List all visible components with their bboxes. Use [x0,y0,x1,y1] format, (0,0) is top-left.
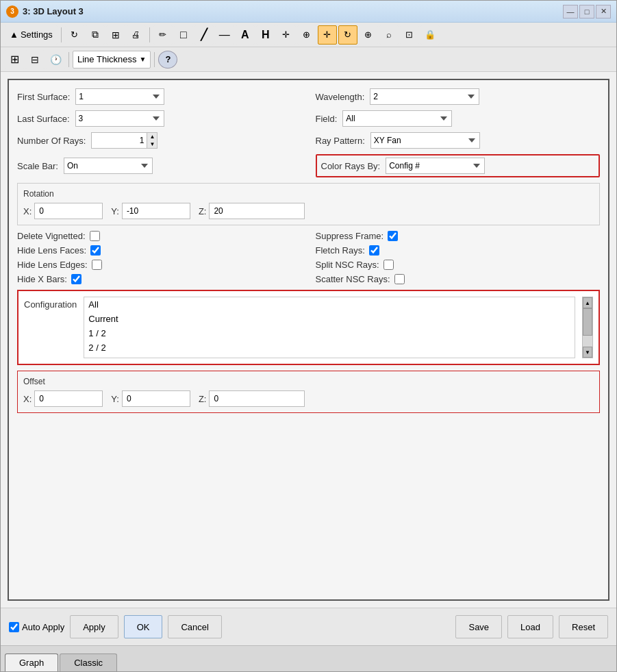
rotation-z-input[interactable] [209,203,305,219]
ray-pattern-col: Ray Pattern: XY Fan [316,132,601,149]
dropdown-arrow-icon: ▼ [139,55,146,63]
offset-section: Offset X: Y: Z: [17,371,600,413]
text-a-button[interactable]: A [236,25,255,45]
close-button[interactable]: ✕ [596,5,611,18]
split-nsc-rays-checkbox[interactable] [383,260,394,270]
wavelength-select[interactable]: 2 [370,88,479,105]
rotation-x-input[interactable] [34,203,103,219]
pencil-button[interactable]: ✏ [153,25,173,45]
cancel-button[interactable]: Cancel [168,615,221,638]
apply-button[interactable]: Apply [70,615,118,638]
hide-x-bars-checkbox[interactable] [71,274,81,284]
config-item-all[interactable]: All [84,297,575,312]
scrollbar-track [583,308,592,347]
window-icon: 3 [6,5,18,18]
field-col: Field: All [316,110,601,127]
hide-lens-faces-checkbox[interactable] [90,245,101,256]
grid2-button[interactable]: ⊞ [5,50,24,69]
num-rays-spinbox: ▲ ▼ [91,132,158,149]
help-button[interactable]: ? [158,51,177,69]
settings-icon: ▲ [10,29,18,40]
last-surface-select[interactable]: 3 [75,110,164,127]
config-item-1-2[interactable]: 1 / 2 [84,326,575,340]
tab-graph[interactable]: Graph [5,654,58,671]
config-scrollbar[interactable]: ▲ ▼ [582,297,593,358]
hide-x-bars-label: Hide X Bars: [17,274,67,284]
line-thickness-dropdown[interactable]: Line Thickness ▼ [73,51,151,69]
color-rays-row: Color Rays By: Config # Field Wavelength [316,154,601,177]
clock-button[interactable]: 🕐 [46,50,65,69]
diag-line-button[interactable]: ╱ [194,25,214,45]
reset-button[interactable]: Reset [559,615,608,638]
print-icon: 🖨 [131,29,140,40]
field-label: Field: [316,114,338,124]
scrollbar-down-button[interactable]: ▼ [583,347,592,358]
rotation-x-field: X: [23,203,103,219]
horiz-line-button[interactable]: — [215,25,234,45]
rotation-y-input[interactable] [122,203,190,219]
field-select[interactable]: All [342,110,452,127]
help-icon: ? [165,54,171,64]
rect-button[interactable]: □ [174,25,193,45]
scatter-nsc-rays-row: Scatter NSC Rays: [316,274,601,284]
spinbox-buttons: ▲ ▼ [147,133,157,148]
refresh-button[interactable]: ↻ [65,25,84,45]
lock-button[interactable]: 🔒 [420,25,440,45]
layers-button[interactable]: ⊟ [25,50,45,69]
crosshair-button[interactable]: ✛ [277,25,296,45]
offset-z-input[interactable] [209,390,305,407]
load-button[interactable]: Load [507,615,553,638]
scatter-nsc-rays-checkbox[interactable] [394,274,405,284]
fletch-rays-checkbox[interactable] [369,245,379,256]
first-surface-select[interactable]: 1 [75,88,164,105]
delete-vignetted-label: Delete Vignetted: [17,231,86,241]
config-item-2-2[interactable]: 2 / 2 [84,340,575,355]
color-rays-select[interactable]: Config # Field Wavelength [386,158,485,174]
auto-apply-checkbox[interactable] [9,622,19,632]
rotate-button[interactable]: ↻ [338,25,357,45]
text-h-button[interactable]: H [256,25,275,45]
text-h-icon: H [262,29,270,41]
3d-view-button[interactable]: ✛ [318,25,337,45]
zoomfit-button[interactable]: ⊡ [400,25,419,45]
hide-lens-faces-label: Hide Lens Faces: [17,245,86,256]
copy1-button[interactable]: ⧉ [86,25,105,45]
print-button[interactable]: 🖨 [127,25,146,45]
spinbox-up-button[interactable]: ▲ [147,133,157,140]
delete-vignetted-checkbox[interactable] [90,231,100,241]
form-panel: First Surface: 1 Wavelength: 2 Last Surf… [8,79,609,601]
minimize-button[interactable]: — [563,5,578,18]
spinbox-down-button[interactable]: ▼ [147,140,157,148]
config-item-current[interactable]: Current [84,312,575,326]
offset-x-input[interactable] [34,390,103,407]
scrollbar-up-button[interactable]: ▲ [583,297,592,308]
arrows-button[interactable]: ⊕ [359,25,378,45]
grid-button[interactable]: ⊞ [106,25,125,45]
save-button[interactable]: Save [455,615,502,638]
rotate-icon: ↻ [344,29,351,40]
toolbar-row-1: ▲ Settings ↻ ⧉ ⊞ 🖨 ✏ □ ╱ — A [1,23,616,47]
toolbar-separator-2 [149,27,150,42]
toolbar-separator-1 [61,27,62,42]
num-rays-input[interactable] [92,133,147,148]
scrollbar-thumb[interactable] [583,308,592,336]
suppress-frame-label: Suppress Frame: [316,231,384,241]
suppress-frame-checkbox[interactable] [388,231,398,241]
ok-button[interactable]: OK [124,615,163,638]
horiz-line-icon: — [219,29,230,41]
settings-button[interactable]: ▲ Settings [5,25,58,45]
ray-pattern-select[interactable]: XY Fan [370,132,480,149]
hide-lens-edges-checkbox[interactable] [92,260,102,270]
offset-y-input[interactable] [122,390,190,407]
3d-view-icon: ✛ [323,29,331,40]
zoom-button[interactable]: ⌕ [379,25,399,45]
tab-classic[interactable]: Classic [60,654,117,671]
tab-bar: Graph Classic [1,645,616,671]
maximize-button[interactable]: □ [579,5,594,18]
first-surface-col: First Surface: 1 [17,88,302,105]
scale-bar-select[interactable]: On Off [64,158,153,174]
rotation-x-label: X: [23,206,32,216]
crosshair2-button[interactable]: ⊕ [297,25,316,45]
delete-vignetted-row: Delete Vignetted: [17,231,302,241]
num-rays-label: Number Of Rays: [17,136,86,146]
